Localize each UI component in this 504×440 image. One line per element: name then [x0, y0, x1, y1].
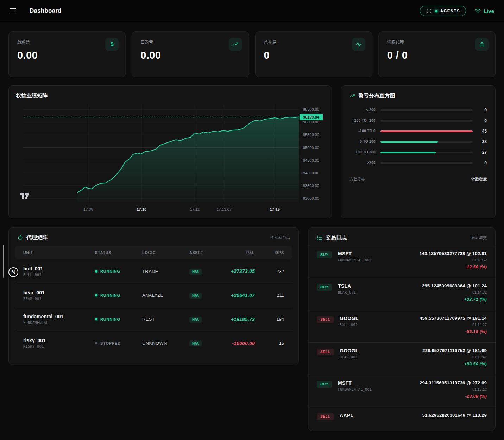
equity-chart-svg[interactable]: 17:0817:1017:1217:13:0717:1596500.009600… [9, 101, 332, 217]
bar-track [380, 162, 473, 164]
stat-value: 0.00 [140, 50, 240, 61]
stat-card-total-equity: 总权益 0.00 $ [8, 31, 126, 77]
agent-ops: 194 [255, 317, 284, 322]
trade-agent: FUNDAMENTAL_001 [338, 388, 372, 391]
agent-table: UNIT STATUS LOGIC ASSET P&L OPS bull_001… [15, 246, 292, 355]
agent-unit-name: bear_001 [23, 290, 95, 295]
trade-side-badge: SELL [317, 316, 334, 323]
col-pnl: P&L [221, 250, 255, 255]
live-label: Live [484, 8, 494, 14]
col-unit: UNIT [23, 250, 95, 255]
list-icon [317, 235, 322, 241]
robot-icon [17, 235, 23, 241]
agent-status: RUNNING [95, 269, 142, 273]
trade-fill: 295.1245399689364 @ 101.24 [422, 283, 487, 288]
trade-agent: BULL_001 [340, 323, 359, 327]
trade-log-row: BUY MSFT FUNDAMENTAL_001 143.13579533277… [308, 245, 495, 278]
trade-side-badge: SELL [317, 413, 334, 420]
col-ops: OPS [255, 250, 284, 255]
bucket-count: 27 [478, 150, 487, 155]
bar-track [380, 130, 473, 132]
equity-panel-title: 权益业绩矩阵 [9, 86, 332, 101]
asset-badge: N/A [189, 293, 202, 299]
agent-table-row: risky_001 RISKY_001 STOPPED UNKNOWN N/A … [15, 331, 292, 355]
trade-time: 01:14:27 [420, 323, 487, 327]
svg-text:96199.84: 96199.84 [303, 115, 320, 119]
active-nodes-badge: 4 活跃节点 [271, 235, 290, 240]
trade-pct: -12.58 (%) [419, 264, 487, 269]
trade-log-panel[interactable]: 交易日志 最近成交 BUY MSFT FUNDAMENTAL_001 143.1… [308, 227, 496, 431]
trade-symbol: AAPL [340, 413, 353, 418]
agent-table-row: bull_001 BULL_001 RUNNING TRADE N/A +273… [15, 259, 292, 283]
trade-time: 01:14:32 [422, 290, 487, 294]
stat-value: 0.00 [17, 50, 117, 61]
agent-pnl: +27373.05 [221, 268, 255, 274]
bucket-count: 0 [478, 118, 487, 123]
wifi-icon [474, 8, 481, 14]
trade-log-row: SELL GOOGL BEAR_001 229.6577671119752 @ … [308, 342, 495, 375]
svg-text:17:08: 17:08 [83, 207, 93, 211]
trade-pct: +32.71 (%) [422, 297, 487, 302]
asset-badge: N/A [189, 317, 202, 323]
agent-table-header: UNIT STATUS LOGIC ASSET P&L OPS [15, 246, 292, 259]
histogram-panel-title: 盈亏分布直方图 [358, 93, 395, 99]
overlay-avatar[interactable]: N [8, 267, 18, 277]
agents-button-label: AGENTS [440, 9, 460, 13]
bucket-count: 28 [478, 139, 487, 144]
histogram-row: -200 TO -100 0 [349, 115, 487, 126]
agent-matrix-panel: 代理矩阵 4 活跃节点 UNIT STATUS LOGIC ASSET P&L … [8, 227, 299, 365]
histogram-row: -100 TO 0 45 [349, 126, 487, 136]
agent-unit-id: BULL_001 [23, 273, 95, 277]
stat-card-daily-pnl: 日盈亏 0.00 [132, 31, 249, 77]
bar-track [380, 120, 473, 122]
bucket-label: 0 TO 100 [349, 139, 376, 144]
svg-text:96500.00: 96500.00 [303, 107, 319, 111]
trade-time: 01:13:12 [420, 387, 487, 391]
col-asset: ASSET [189, 250, 221, 255]
agents-button[interactable]: AGENTS [420, 6, 466, 16]
svg-text:95500.00: 95500.00 [303, 133, 319, 137]
agent-status-label: RUNNING [100, 293, 120, 298]
tradingview-logo[interactable] [20, 193, 29, 199]
bucket-label: 100 TO 200 [349, 150, 376, 155]
trade-pct: +83.50 (%) [422, 362, 487, 366]
trade-symbol: GOOGL [340, 315, 359, 321]
robot-icon [475, 38, 489, 51]
stat-label: 活跃代理 [387, 39, 487, 45]
bucket-label: <-200 [349, 108, 376, 113]
agent-logic: TRADE [142, 269, 189, 274]
agent-unit-id: FUNDAMENTAL_ [23, 321, 95, 325]
trade-symbol: MSFT [338, 380, 372, 386]
status-dot-icon [95, 318, 97, 320]
svg-text:94500.00: 94500.00 [303, 158, 319, 162]
trade-log-row: BUY MSFT FUNDAMENTAL_001 294.31156951319… [308, 375, 495, 407]
trade-side-badge: BUY [317, 381, 332, 388]
agent-ops: 15 [255, 340, 284, 346]
bucket-label: -200 TO -100 [349, 118, 376, 123]
online-status-dot [435, 10, 437, 12]
activity-icon [352, 38, 365, 51]
agent-pnl: -10000.00 [221, 340, 255, 346]
broadcast-icon [426, 9, 432, 13]
agent-status-label: STOPPED [100, 341, 121, 345]
histogram-row: >200 0 [349, 158, 487, 168]
page-title: Dashboard [30, 7, 62, 14]
col-logic: LOGIC [142, 250, 189, 255]
svg-text:93000.00: 93000.00 [303, 196, 319, 200]
stat-label: 总权益 [17, 39, 117, 45]
trend-up-icon [229, 38, 242, 51]
trade-pct: -23.08 (%) [420, 394, 487, 399]
app-header: Dashboard AGENTS Live [0, 0, 504, 22]
equity-chart-area[interactable]: 17:0817:1017:1217:13:0717:1596500.009600… [9, 101, 332, 217]
histogram-row: 0 TO 100 28 [349, 136, 487, 147]
trade-side-badge: BUY [317, 251, 332, 258]
trade-symbol: TSLA [338, 283, 356, 289]
count-density-label: 计数密度 [471, 177, 487, 182]
histogram-bar [380, 130, 473, 132]
trade-log-row: SELL AAPL 51.62962820301649 @ 113.29 [308, 407, 495, 431]
agent-logic: UNKNOWN [142, 340, 189, 346]
avatar-letter: N [11, 269, 16, 275]
dollar-icon: $ [105, 38, 119, 51]
menu-hamburger-button[interactable] [10, 5, 22, 17]
svg-text:94000.00: 94000.00 [303, 171, 319, 175]
